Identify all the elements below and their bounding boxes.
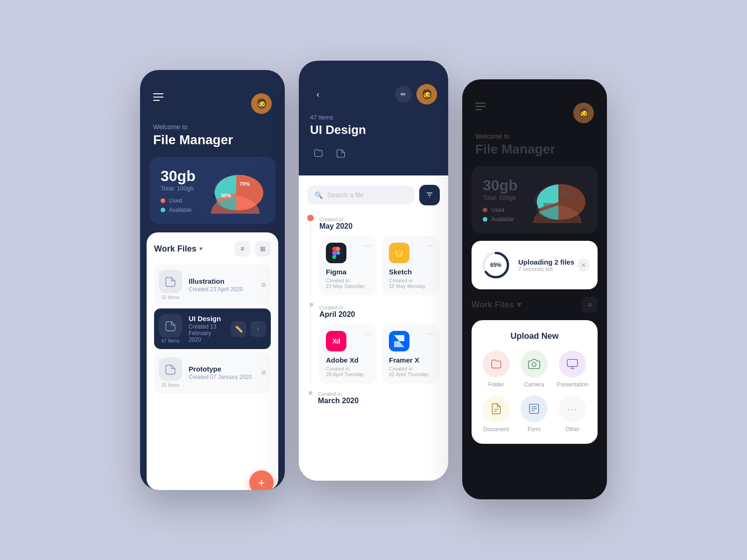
framer-icon <box>389 331 409 351</box>
storage-info: 30gb Total: 100gb Used Available <box>161 168 196 213</box>
upload-form-item[interactable]: Form <box>519 395 549 433</box>
used-label: Used <box>169 197 182 204</box>
sketch-menu[interactable]: ··· <box>428 242 434 250</box>
active-actions: ✏️ ↑ <box>231 321 266 337</box>
prototype-menu[interactable]: ≡ <box>261 368 266 378</box>
prototype-info: Prototype Created 07 January 2020 <box>189 365 254 380</box>
svg-marker-10 <box>394 341 404 347</box>
p1-workfiles: Work Files ▾ ≡ ⊞ <box>147 232 278 490</box>
p3-storage-info: 30gb Total: 100gb Used Available <box>483 177 518 223</box>
march-section: Created in March 2020 <box>307 391 440 405</box>
back-button[interactable]: ‹ <box>310 86 326 102</box>
edit-button[interactable]: ✏ <box>395 86 412 103</box>
folder-upload-icon <box>483 350 510 378</box>
sketch-date: 18 May Monday <box>389 283 433 289</box>
sketch-card[interactable]: ··· Sketch Created in 18 May Monday <box>382 236 440 295</box>
hamburger-icon[interactable] <box>153 93 163 101</box>
used-dot <box>161 198 165 203</box>
upload-other-item[interactable]: ··· Other <box>557 395 588 433</box>
figma-menu[interactable]: ··· <box>365 242 371 250</box>
p2-nav: ‹ ✏ 🧔 <box>310 84 437 105</box>
p3-workfiles-label: Work Files <box>472 300 514 310</box>
form-upload-label: Form <box>528 426 541 433</box>
file-item-prototype[interactable]: 25 Items Prototype Created 07 January 20… <box>154 352 271 393</box>
p3-storage-gb: 30gb <box>483 177 518 194</box>
wf-title: Work Files ▾ <box>154 244 202 254</box>
search-input[interactable]: 🔍 Search a file <box>307 186 415 204</box>
upload-new-title: Upload New <box>481 331 588 341</box>
p3-used-dot <box>483 208 487 212</box>
illustration-name: Illustration <box>189 277 254 285</box>
p1-storage-card: 30gb Total: 100gb Used Available <box>149 157 275 224</box>
p3-pie-chart: 70% 30% <box>530 176 586 223</box>
upload-document-item[interactable]: Document <box>481 395 511 433</box>
avatar-p2[interactable]: 🧔 <box>416 84 437 105</box>
file-view-btn[interactable] <box>332 145 349 161</box>
document-upload-label: Document <box>483 426 509 433</box>
edit-action-btn[interactable]: ✏️ <box>231 321 247 337</box>
welcome-title: File Manager <box>153 133 272 147</box>
fab-button[interactable]: + <box>249 470 274 490</box>
legend-avail: Available <box>161 207 196 213</box>
chevron-icon: ▾ <box>199 245 202 252</box>
p3-list-view[interactable]: ≡ <box>582 297 598 313</box>
items-count: 47 Items <box>310 114 437 121</box>
phones-container: 🧔 Welcome to File Manager 30gb Total: 10… <box>140 61 607 499</box>
file-item-illustration[interactable]: 32 Items Illustration Created 23 April 2… <box>154 264 271 306</box>
workfiles-label: Work Files <box>154 244 197 254</box>
progress-circle: 65% <box>481 250 511 280</box>
figma-icon <box>326 243 346 263</box>
phone-3: 🧔 Welcome to File Manager 30gb Total: 10… <box>462 79 607 499</box>
avail-dot <box>161 208 165 212</box>
april-section: Created in April 2020 ··· Xd Adobe Xd Cr… <box>307 303 440 384</box>
figma-card[interactable]: ··· Figma Created in 23 May Saturday <box>319 236 377 295</box>
hamburger-icon-p3[interactable] <box>475 103 486 110</box>
other-upload-label: Other <box>565 426 579 433</box>
upload-folder-item[interactable]: Folder <box>481 350 511 388</box>
filter-button[interactable] <box>419 185 440 205</box>
sketch-name: Sketch <box>389 268 433 276</box>
sketch-icon <box>389 243 409 263</box>
phone-1: 🧔 Welcome to File Manager 30gb Total: 10… <box>140 70 285 490</box>
upload-presentation-item[interactable]: Presentation <box>557 350 588 388</box>
avatar-p3[interactable]: 🧔 <box>573 103 594 123</box>
avatar[interactable]: 🧔 <box>251 93 272 114</box>
phone-2: ‹ ✏ 🧔 47 Items UI Design <box>299 61 448 481</box>
xd-card[interactable]: ··· Xd Adobe Xd Created in 28 April Tues… <box>319 324 377 384</box>
may-month: May 2020 <box>319 222 440 231</box>
search-placeholder: Search a file <box>327 191 364 199</box>
legend-used: Used <box>161 197 196 204</box>
close-upload-button[interactable]: ✕ <box>577 259 590 272</box>
presentation-upload-icon <box>559 350 586 378</box>
folder-upload-label: Folder <box>488 381 504 388</box>
storage-legend: Used Available <box>161 197 196 213</box>
grid-view-button[interactable]: ⊞ <box>255 241 271 257</box>
framer-card[interactable]: ··· Framer X Created in 02 April Thursda… <box>382 324 440 384</box>
may-header: Created in May 2020 <box>319 215 440 236</box>
may-dot <box>307 215 314 221</box>
xd-date: 28 April Tuesday <box>326 371 370 377</box>
folder-view-btn[interactable] <box>310 145 327 161</box>
p3-legend-avail: Available <box>483 216 518 223</box>
storage-gb: 30gb <box>161 168 196 185</box>
share-action-btn[interactable]: ↑ <box>250 321 266 337</box>
timeline-line-april <box>310 307 311 384</box>
figma-name: Figma <box>326 268 370 276</box>
march-created-label: Created in <box>318 391 359 397</box>
p3-storage-total: Total: 100gb <box>483 194 518 201</box>
framer-menu[interactable]: ··· <box>428 330 434 338</box>
upload-info: Uploading 2 files 7 seconds left <box>518 258 574 273</box>
may-section: Created in May 2020 ··· F <box>307 215 440 295</box>
xd-icon: Xd <box>326 331 346 351</box>
file-item-uidesign[interactable]: 47 Items UI Design Created 13 February 2… <box>154 308 271 349</box>
upload-camera-item[interactable]: Camera <box>519 350 549 388</box>
uidesign-info: UI Design Created 13 February 2020 <box>189 315 224 343</box>
uploading-title: Uploading 2 files <box>518 258 574 266</box>
p3-workfiles-header: Work Files ▾ ≡ <box>472 297 598 313</box>
svg-point-17 <box>532 363 536 367</box>
list-view-button[interactable]: ≡ <box>234 241 250 257</box>
illustration-menu[interactable]: ≡ <box>261 280 266 290</box>
xd-menu[interactable]: ··· <box>365 330 371 338</box>
svg-text:30%: 30% <box>221 193 231 198</box>
figma-date: 23 May Saturday <box>326 283 370 289</box>
